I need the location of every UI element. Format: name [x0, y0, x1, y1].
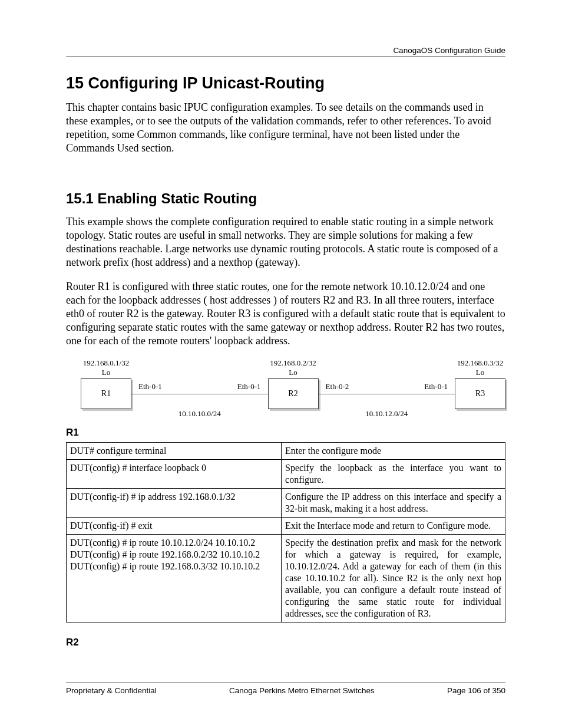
table-row: DUT(config-if) # ip address 192.168.0.1/…	[67, 489, 505, 518]
r1-desc-3: Exit the Interface mode and return to Co…	[282, 518, 505, 535]
network-diagram: 192.168.0.1/32 Lo 192.168.0.2/32 Lo 192.…	[66, 358, 505, 409]
content: 15 Configuring IP Unicast-Routing This c…	[66, 74, 505, 648]
footer-center: Canoga Perkins Metro Ethernet Switches	[229, 686, 375, 695]
link1-right-if: Eth-0-1	[237, 382, 261, 391]
r1-desc-2: Configure the IP address on this interfa…	[282, 489, 505, 518]
r1-cmd-2: DUT(config-if) # ip address 192.168.0.1/…	[67, 489, 282, 518]
table-row: DUT# configure terminal Enter the config…	[67, 443, 505, 460]
section-para-2: Router R1 is configured with three stati…	[66, 280, 505, 348]
r2-loopback-ip: 192.168.0.2/32	[268, 358, 319, 368]
section-heading: 15.1 Enabling Static Routing	[66, 190, 505, 207]
r3-lo-label: Lo	[455, 368, 505, 377]
r2-heading: R2	[66, 637, 505, 648]
link1-subnet: 10.10.10.0/24	[131, 409, 268, 419]
r1-desc-0: Enter the configure mode	[282, 443, 505, 460]
table-row: DUT(config-if) # exit Exit the Interface…	[67, 518, 505, 535]
r1-table: DUT# configure terminal Enter the config…	[66, 442, 505, 622]
link1-left-if: Eth-0-1	[138, 382, 162, 391]
r1-cmd-4: DUT(config) # ip route 10.10.12.0/24 10.…	[67, 535, 282, 622]
section-para-1: This example shows the complete configur…	[66, 215, 505, 269]
link-r2-r3: Eth-0-2 Eth-0-1 10.10.12.0/24	[319, 378, 455, 409]
router-r2: R2	[268, 378, 319, 409]
r1-cmd-0: DUT# configure terminal	[67, 443, 282, 460]
footer-left: Proprietary & Confidential	[66, 686, 157, 695]
footer-right: Page 106 of 350	[447, 686, 505, 695]
router-r3: R3	[455, 378, 505, 409]
page: CanogaOS Configuration Guide 15 Configur…	[0, 0, 562, 728]
r1-cmd-3: DUT(config-if) # exit	[67, 518, 282, 535]
r1-cmd-1: DUT(config) # interface loopback 0	[67, 460, 282, 489]
r3-loopback-ip: 192.168.0.3/32	[455, 358, 505, 368]
link-r1-r2: Eth-0-1 Eth-0-1 10.10.10.0/24	[131, 378, 268, 409]
chapter-heading: 15 Configuring IP Unicast-Routing	[66, 74, 505, 93]
r1-desc-1: Specify the loopback as the interface yo…	[282, 460, 505, 489]
r1-desc-4: Specify the destination prefix and mask …	[282, 535, 505, 622]
router-r1: R1	[81, 378, 131, 409]
link2-subnet: 10.10.12.0/24	[319, 409, 455, 419]
header-doc-title: CanogaOS Configuration Guide	[393, 46, 505, 55]
footer: Proprietary & Confidential Canoga Perkin…	[66, 686, 505, 695]
header-rule	[66, 57, 505, 57]
r1-lo-label: Lo	[81, 368, 131, 377]
chapter-intro: This chapter contains basic IPUC configu…	[66, 101, 505, 155]
r1-loopback-ip: 192.168.0.1/32	[81, 358, 131, 368]
r1-heading: R1	[66, 427, 505, 439]
table-row: DUT(config) # interface loopback 0 Speci…	[67, 460, 505, 489]
link2-right-if: Eth-0-1	[424, 382, 448, 391]
footer-rule	[66, 683, 505, 683]
link2-left-if: Eth-0-2	[326, 382, 349, 391]
table-row: DUT(config) # ip route 10.10.12.0/24 10.…	[67, 535, 505, 622]
r2-lo-label: Lo	[268, 368, 319, 377]
